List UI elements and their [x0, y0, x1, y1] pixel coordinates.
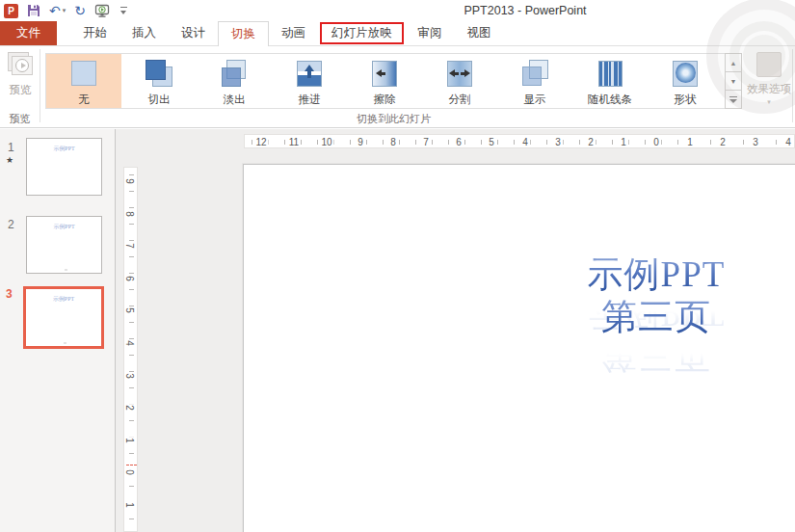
gallery-more-icon[interactable]: [725, 90, 742, 109]
tab-insert[interactable]: 插入: [119, 21, 169, 45]
panel-splitter[interactable]: [115, 129, 116, 532]
tab-review[interactable]: 审阅: [406, 21, 455, 45]
transition-wipe[interactable]: 擦除: [347, 54, 422, 108]
horizontal-ruler: 12 11 10 9 8 7 6 5 4 3 2 1 0 1 2 3 4: [244, 134, 795, 148]
tab-view[interactable]: 视图: [455, 21, 504, 45]
customize-qat-icon[interactable]: [119, 6, 129, 15]
transition-gallery: 无 切出 淡出 推进 擦除 分割: [45, 53, 742, 109]
ruler-ticks: [129, 168, 134, 531]
effect-options-icon: [756, 52, 782, 77]
transition-shape[interactable]: 形状: [648, 54, 723, 108]
slide-1-transition-star-icon: ★: [6, 155, 13, 165]
tab-home[interactable]: 开始: [70, 21, 119, 45]
start-slideshow-icon[interactable]: [94, 2, 111, 19]
slide-title-text[interactable]: 示例PPT 示例PPT 第三页 第三页: [521, 253, 791, 296]
tab-file[interactable]: 文件: [0, 21, 57, 45]
slide-2-thumbnail[interactable]: 示例PPT: [26, 216, 102, 274]
slide-text-line-2: 第三页: [521, 296, 791, 338]
undo-dropdown-caret[interactable]: ▾: [63, 7, 66, 14]
redo-icon[interactable]: ↻: [74, 2, 86, 19]
undo-icon[interactable]: ↶▾: [49, 2, 66, 19]
preview-icon: [6, 52, 35, 79]
transition-wipe-icon: [369, 59, 400, 90]
slide-panel[interactable]: 1 ★ 示例PPT 2 示例PPT 3 示例PPT: [0, 129, 115, 532]
transition-reveal[interactable]: 显示: [497, 54, 572, 108]
group-divider: [40, 49, 40, 122]
gallery-scroll-down-icon[interactable]: ▼: [725, 71, 742, 91]
tab-design[interactable]: 设计: [169, 21, 218, 45]
workspace: 1 ★ 示例PPT 2 示例PPT 3 示例PPT 12 11 10 9: [0, 129, 795, 532]
cursor-position-marker: [126, 465, 137, 466]
window-title: PPT2013 - PowerPoint: [414, 4, 636, 17]
transition-none-icon: [68, 59, 99, 90]
preview-button-label: 预览: [10, 83, 32, 97]
slide-3-number: 3: [6, 287, 13, 301]
transition-push-icon: [294, 59, 325, 90]
transition-cut-icon: [144, 59, 174, 90]
transition-cut[interactable]: 切出: [121, 54, 197, 108]
transition-split-icon: [444, 59, 475, 90]
ribbon-tab-bar: 文件 开始 插入 设计 切换 动画 幻灯片放映 审阅 视图: [0, 21, 795, 46]
tab-slideshow[interactable]: 幻灯片放映: [320, 22, 404, 44]
transition-reveal-icon: [519, 59, 550, 90]
ribbon: 预览 预览 无 切出 淡出 推进 擦除: [0, 46, 795, 128]
transition-fade[interactable]: 淡出: [197, 54, 272, 108]
effect-options-button[interactable]: 效果选项 ▾: [746, 50, 792, 118]
effect-options-label: 效果选项: [747, 82, 791, 96]
group-divider: [792, 49, 793, 122]
slide-2-number: 2: [8, 218, 14, 231]
transition-fade-icon: [219, 59, 250, 90]
quick-access-toolbar: P ↶▾ ↻: [4, 2, 129, 19]
slide-text-line-2-reflection: 第三页: [521, 334, 791, 377]
tab-animations[interactable]: 动画: [269, 21, 318, 45]
slide-1-thumbnail[interactable]: 示例PPT: [26, 138, 102, 196]
preview-button[interactable]: 预览: [2, 50, 39, 110]
title-bar: P ↶▾ ↻ PPT2013 - PowerPoint: [0, 0, 795, 21]
tab-transitions[interactable]: 切换: [218, 21, 269, 46]
transition-random-bars-icon: [595, 59, 625, 90]
save-icon[interactable]: [27, 2, 40, 19]
transition-none[interactable]: 无: [46, 54, 121, 108]
group-label-preview: 预览: [0, 112, 40, 126]
slide-1-number: 1: [8, 141, 14, 154]
slide-canvas[interactable]: 示例PPT 示例PPT 第三页 第三页: [243, 164, 795, 532]
gallery-scroll-column: ▲ ▼: [725, 53, 742, 109]
slide-text-line-1: 示例PPT: [521, 253, 791, 296]
powerpoint-window: P ↶▾ ↻ PPT2013 - PowerPoint 文件 开始 插入 设计 …: [0, 0, 795, 532]
group-label-transition-to-this-slide: 切换到此幻灯片: [45, 112, 742, 126]
slide-number-placeholder: [64, 342, 66, 344]
slide-number-placeholder: [65, 269, 67, 271]
gallery-scroll-up-icon[interactable]: ▲: [725, 53, 742, 72]
transition-random-bars[interactable]: 随机线条: [572, 54, 648, 108]
effect-options-caret-icon: ▾: [767, 98, 771, 106]
transition-split[interactable]: 分割: [422, 54, 497, 108]
transition-push[interactable]: 推进: [272, 54, 347, 108]
vertical-ruler: 9 8 7 6 5 4 3 2 1 0 1 2: [123, 167, 138, 532]
transition-shape-icon: [670, 59, 701, 90]
slide-3-thumbnail[interactable]: 示例PPT: [23, 286, 104, 349]
powerpoint-logo-icon[interactable]: P: [4, 4, 18, 18]
